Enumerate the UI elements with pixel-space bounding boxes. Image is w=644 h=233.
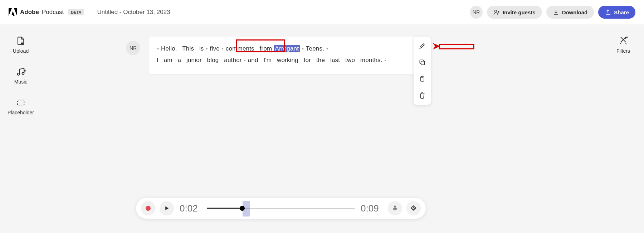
svg-rect-10 <box>394 206 396 209</box>
sidebar-item-filters[interactable]: Filters <box>616 36 630 54</box>
transcript-block[interactable]: NR • Hello. This is • five • comments fr… <box>149 37 424 74</box>
invite-icon <box>493 9 500 15</box>
transcript-line-1[interactable]: • Hello. This is • five • comments from … <box>157 43 416 54</box>
invite-guests-button[interactable]: Invite guests <box>487 6 542 19</box>
brand: Adobe Podcast BETA <box>9 8 84 16</box>
transcript-word[interactable]: comments <box>226 45 254 52</box>
sidebar-item-label: Music <box>14 79 28 85</box>
edit-button[interactable] <box>416 40 428 52</box>
word-gap-dot: • <box>222 46 224 52</box>
record-dot-icon <box>146 206 151 211</box>
filters-icon <box>618 36 628 46</box>
play-button[interactable] <box>160 201 174 215</box>
transcript-word[interactable]: Teens. <box>306 45 324 52</box>
track-fill <box>207 208 242 209</box>
invite-label: Invite guests <box>503 9 536 15</box>
app-header: Adobe Podcast BETA Untitled - October 13… <box>0 0 644 24</box>
transcript-word[interactable]: last <box>330 57 340 63</box>
transcript-word[interactable]: a <box>178 57 181 63</box>
word-gap-dot: • <box>157 46 159 52</box>
brand-bold: Adobe <box>20 9 39 16</box>
transcript-word[interactable]: working <box>277 57 298 63</box>
total-time: 0:09 <box>361 203 382 214</box>
timeline-track[interactable] <box>207 207 355 209</box>
sidebar-item-label: Upload <box>13 48 29 54</box>
brand-regular: Podcast <box>42 9 64 16</box>
transcript-word-selected[interactable]: Arrogant <box>274 45 300 52</box>
left-rail: Upload Music Placeholder <box>0 24 42 115</box>
word-gap-dot: • <box>302 46 304 52</box>
beta-badge: BETA <box>68 9 84 15</box>
svg-point-4 <box>625 38 626 38</box>
sidebar-item-music[interactable]: Music <box>14 67 28 85</box>
project-title[interactable]: Untitled - October 13, 2023 <box>97 9 170 16</box>
upload-icon <box>16 36 26 46</box>
gear-icon <box>410 205 417 211</box>
mic-icon <box>392 205 398 211</box>
svg-rect-9 <box>439 44 474 49</box>
speaker-avatar[interactable]: NR <box>126 41 140 55</box>
clipboard-icon <box>419 75 426 82</box>
avatar[interactable]: NR <box>470 6 483 19</box>
placeholder-icon <box>16 98 26 108</box>
transcript-word[interactable]: I'm <box>263 57 272 63</box>
share-label: Share <box>614 9 629 15</box>
svg-point-2 <box>22 72 24 75</box>
copy-icon <box>419 59 426 66</box>
music-icon <box>16 67 26 77</box>
svg-point-11 <box>413 208 415 209</box>
sidebar-item-label: Placeholder <box>8 110 34 115</box>
download-button[interactable]: Download <box>546 6 594 19</box>
annotation-arrow <box>433 41 476 52</box>
transcript-word[interactable]: This <box>182 45 194 52</box>
mic-button[interactable] <box>388 201 402 215</box>
adobe-logo-icon <box>9 8 17 16</box>
transcript-word[interactable]: from <box>260 45 272 52</box>
transcript-word[interactable]: and <box>248 57 258 63</box>
play-icon <box>164 205 170 211</box>
transcript-word[interactable]: for <box>304 57 311 63</box>
svg-rect-3 <box>18 100 24 105</box>
svg-point-0 <box>495 10 497 12</box>
sidebar-item-placeholder[interactable]: Placeholder <box>8 98 34 115</box>
download-icon <box>553 9 559 15</box>
settings-button[interactable] <box>406 201 421 215</box>
copy-button[interactable] <box>416 57 428 68</box>
current-time: 0:02 <box>180 203 201 214</box>
transcript-word[interactable]: is <box>199 45 204 52</box>
pencil-icon <box>419 42 426 49</box>
sidebar-item-upload[interactable]: Upload <box>13 36 29 54</box>
selection-toolbar <box>414 37 431 105</box>
word-gap-dot: • <box>326 46 328 52</box>
trash-icon <box>419 92 426 99</box>
track-thumb[interactable] <box>240 206 245 211</box>
delete-button[interactable] <box>416 90 428 101</box>
share-button[interactable]: Share <box>598 6 635 19</box>
svg-point-5 <box>627 37 628 38</box>
svg-point-1 <box>18 73 20 75</box>
transcript-word[interactable]: blog <box>207 57 219 63</box>
svg-rect-6 <box>421 61 425 65</box>
transcript-word[interactable]: author <box>224 57 241 63</box>
transcript-word[interactable]: junior <box>186 57 202 63</box>
clipboard-button[interactable] <box>416 73 428 85</box>
word-gap-dot: • <box>206 46 208 52</box>
transcript-line-2[interactable]: I am a junior blog author • and I'm work… <box>157 54 416 66</box>
share-icon <box>605 9 611 15</box>
playbar: 0:02 0:09 <box>136 198 426 219</box>
transcript-word[interactable]: I <box>157 57 158 63</box>
transcript-word[interactable]: five <box>210 45 220 52</box>
word-gap-dot: • <box>385 58 386 63</box>
transcript-word[interactable]: months. <box>360 57 382 63</box>
sidebar-item-label: Filters <box>616 48 630 54</box>
record-button[interactable] <box>141 201 155 215</box>
transcript-word[interactable]: the <box>316 57 325 63</box>
right-rail: Filters <box>602 24 644 54</box>
transcript-word[interactable]: two <box>345 57 355 63</box>
download-label: Download <box>562 9 588 15</box>
transcript-word[interactable]: am <box>164 57 172 63</box>
transcript-word[interactable]: Hello. <box>161 45 177 52</box>
word-gap-dot: • <box>244 58 246 63</box>
